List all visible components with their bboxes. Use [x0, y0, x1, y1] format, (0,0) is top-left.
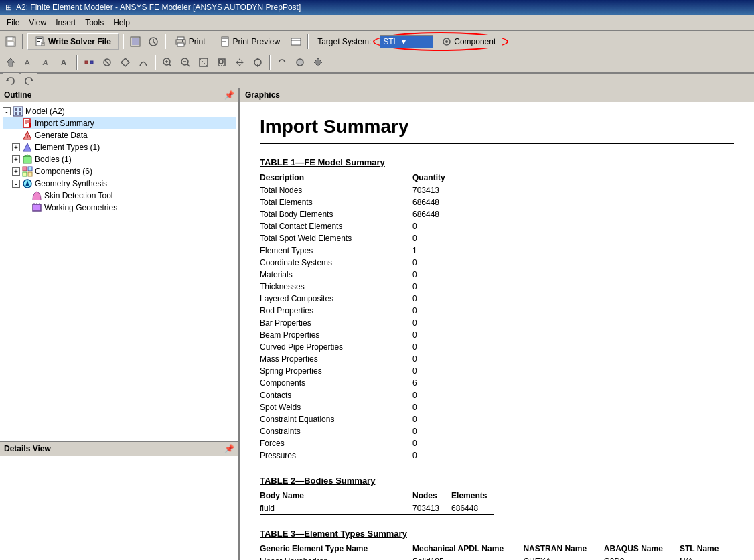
export-button[interactable]: [288, 33, 304, 50]
tree-label-element-types: Element Types (1): [35, 143, 100, 152]
svg-marker-66: [23, 143, 31, 151]
expand-geometry-synthesis[interactable]: -: [12, 180, 20, 188]
expand-components[interactable]: +: [12, 167, 20, 176]
tree-label-components: Components (6): [35, 167, 92, 176]
zoom-fit-button[interactable]: [196, 54, 212, 70]
table1-cell-desc: Spring Properties: [260, 365, 407, 377]
toolbar2-btn-3[interactable]: A: [39, 54, 55, 70]
table3-col-abaqus: ABAQUS Name: [599, 543, 674, 555]
tree-item-import-summary[interactable]: Import Summary: [3, 117, 236, 129]
generate-data-icon: !: [22, 130, 33, 141]
redo-button[interactable]: [21, 73, 37, 89]
tree-item-model[interactable]: - Model (A2): [3, 105, 236, 117]
table3-col-nastran: NASTRAN Name: [518, 543, 598, 555]
toolbar-sep-2: [123, 34, 124, 49]
tree-item-components[interactable]: + Components (6): [3, 165, 236, 178]
expand-element-types[interactable]: +: [12, 143, 20, 151]
table1-cell-qty: 0: [407, 281, 494, 293]
toolbar-icon-1[interactable]: [127, 33, 143, 50]
select-button[interactable]: [292, 54, 308, 70]
pan-button[interactable]: [232, 54, 248, 70]
menu-file[interactable]: File: [3, 17, 23, 29]
toolbar2-btn-7[interactable]: [117, 54, 133, 70]
print-preview-button[interactable]: Print Preview: [214, 34, 287, 49]
svg-rect-6: [37, 41, 40, 42]
tree-item-working-geometries[interactable]: Working Geometries: [3, 202, 236, 214]
table1-row: Rod Properties0: [260, 305, 494, 317]
toolbar2-btn-8[interactable]: [135, 54, 151, 70]
table2-col-bodyname: Body Name: [260, 490, 407, 502]
toolbar2-btn-6[interactable]: [99, 54, 115, 70]
toolbar2-btn-4[interactable]: A: [57, 54, 73, 70]
zoom-box-button[interactable]: [214, 54, 230, 70]
target-system-dropdown[interactable]: STL ▼: [380, 35, 433, 48]
menu-help[interactable]: Help: [109, 17, 134, 29]
toolbar2-btn-1[interactable]: [3, 54, 19, 70]
right-panel: Graphics Import Summary TABLE 1—FE Model…: [240, 88, 754, 560]
zoom-scroll-button[interactable]: [250, 54, 266, 70]
table1-cell-qty: 0: [407, 353, 494, 365]
table1-cell-qty: 6: [407, 377, 494, 389]
table1-cell-desc: Materials: [260, 269, 407, 281]
table1-cell-desc: Constraint Equations: [260, 413, 407, 425]
menu-tools[interactable]: Tools: [81, 17, 108, 29]
cut-button[interactable]: [310, 54, 326, 70]
undo-button[interactable]: [3, 73, 19, 89]
table1-col-desc: Description: [260, 171, 407, 184]
rotate-button[interactable]: [274, 54, 290, 70]
svg-rect-14: [177, 37, 184, 40]
table1-cell-desc: Element Types: [260, 244, 407, 257]
table1-cell-desc: Components: [260, 377, 407, 389]
toolbar-sep-3: [165, 34, 166, 49]
svg-line-13: [153, 42, 155, 44]
menu-insert[interactable]: Insert: [52, 17, 80, 29]
table1-cell-desc: Pressures: [260, 449, 407, 462]
table1-row: Beam Properties0: [260, 329, 494, 341]
table1-cell-desc: Total Spot Weld Elements: [260, 232, 407, 244]
toolbar-icon-2[interactable]: [145, 33, 161, 50]
graphics-title: Graphics: [245, 90, 280, 100]
graphics-content[interactable]: Import Summary TABLE 1—FE Model Summary …: [240, 102, 754, 560]
tree-item-element-types[interactable]: + Element Types (1): [3, 141, 236, 153]
write-solver-file-button[interactable]: Write Solver File: [27, 33, 119, 50]
toolbar2-sep-1: [76, 55, 78, 70]
svg-marker-68: [23, 155, 31, 157]
tree-item-geometry-synthesis[interactable]: - Geometry Synthesis: [3, 178, 236, 190]
table3: Generic Element Type Name Mechanical APD…: [260, 543, 729, 560]
expand-bodies[interactable]: +: [12, 155, 20, 163]
bodies-icon: [22, 154, 33, 165]
component-label: Component: [454, 37, 496, 46]
component-button[interactable]: Component: [436, 35, 502, 48]
print-button[interactable]: Print: [169, 34, 212, 49]
save-button[interactable]: [3, 33, 19, 50]
svg-rect-56: [19, 108, 21, 111]
table1-cell-qty: 0: [407, 232, 494, 244]
table1-cell-qty: 1: [407, 244, 494, 257]
svg-text:A: A: [61, 58, 66, 66]
table1-row: Materials0: [260, 269, 494, 281]
expand-model[interactable]: -: [3, 107, 11, 115]
geometry-synthesis-icon: [22, 178, 33, 189]
table1-cell-qty: 0: [407, 437, 494, 449]
table1-row: Total Nodes703413: [260, 184, 494, 197]
zoom-out-button[interactable]: [177, 54, 194, 70]
table1-row: Total Body Elements686448: [260, 208, 494, 220]
table2-col-nodes: Nodes: [407, 490, 446, 502]
table1-row: Total Elements686448: [260, 196, 494, 208]
toolbar2-btn-2[interactable]: A: [21, 54, 37, 70]
table1-row: Total Contact Elements0: [260, 220, 494, 232]
outline-pin[interactable]: 📌: [224, 90, 234, 100]
svg-rect-58: [19, 112, 21, 115]
svg-point-25: [445, 40, 448, 43]
tree-item-bodies[interactable]: + Bodies (1): [3, 153, 236, 165]
svg-line-42: [200, 58, 208, 66]
tree-item-generate-data[interactable]: ! Generate Data: [3, 129, 236, 141]
svg-rect-69: [23, 167, 27, 171]
zoom-in-button[interactable]: [159, 54, 175, 70]
svg-rect-17: [182, 40, 183, 42]
toolbar2-btn-5[interactable]: [81, 54, 97, 70]
menu-view[interactable]: View: [25, 17, 50, 29]
details-pin[interactable]: 📌: [224, 444, 234, 453]
outline-title: Outline: [4, 90, 31, 100]
tree-item-skin-detection[interactable]: Skin Detection Tool: [3, 190, 236, 202]
